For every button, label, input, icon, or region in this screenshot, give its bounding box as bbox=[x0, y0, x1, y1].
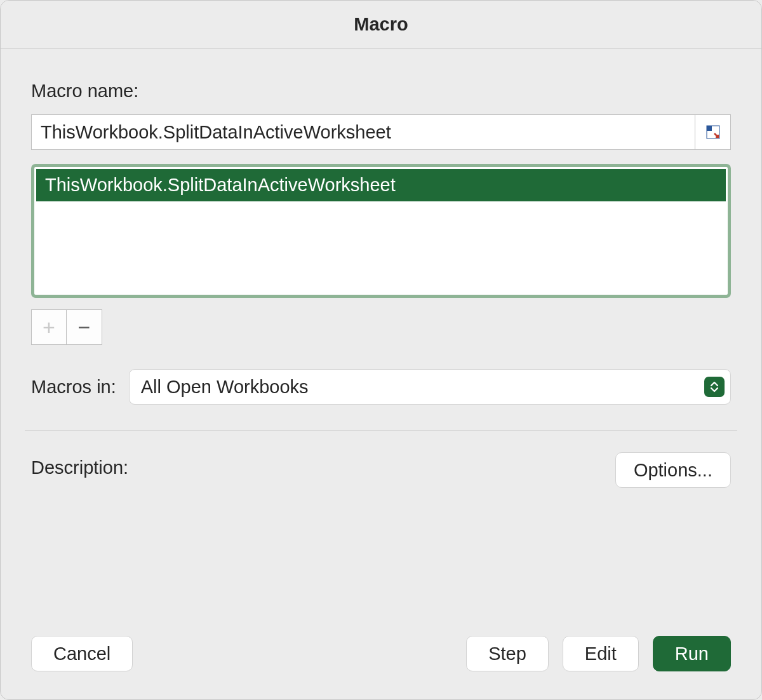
separator bbox=[25, 430, 737, 431]
description-row: Description: Options... bbox=[31, 452, 731, 488]
options-button[interactable]: Options... bbox=[615, 452, 731, 488]
list-item[interactable]: ThisWorkbook.SplitDataInActiveWorksheet bbox=[36, 169, 726, 201]
svg-rect-1 bbox=[707, 126, 712, 131]
minus-icon: − bbox=[78, 315, 91, 340]
macro-name-input[interactable] bbox=[31, 114, 695, 150]
titlebar: Macro bbox=[1, 1, 761, 49]
run-button[interactable]: Run bbox=[653, 636, 731, 671]
cancel-button[interactable]: Cancel bbox=[31, 636, 133, 671]
description-label: Description: bbox=[31, 452, 128, 478]
dialog-title: Macro bbox=[354, 14, 408, 35]
range-picker-button[interactable] bbox=[695, 114, 731, 150]
step-button[interactable]: Step bbox=[466, 636, 549, 671]
add-macro-button[interactable]: + bbox=[31, 309, 67, 345]
macro-dialog: Macro Macro name: ThisWorkbook.SplitData… bbox=[0, 0, 762, 700]
macros-in-value: All Open Workbooks bbox=[141, 377, 309, 398]
macro-listbox-wrap: ThisWorkbook.SplitDataInActiveWorksheet bbox=[31, 164, 731, 298]
dialog-footer: Cancel Step Edit Run bbox=[31, 636, 731, 671]
dialog-content: Macro name: ThisWorkbook.SplitDataInActi… bbox=[1, 49, 761, 699]
edit-button[interactable]: Edit bbox=[563, 636, 639, 671]
macros-in-select-wrap: All Open Workbooks bbox=[129, 369, 731, 405]
add-remove-row: + − bbox=[31, 309, 731, 345]
macro-name-label: Macro name: bbox=[31, 81, 731, 102]
plus-icon: + bbox=[43, 315, 55, 340]
macro-name-row bbox=[31, 114, 731, 150]
remove-macro-button[interactable]: − bbox=[67, 309, 102, 345]
macros-in-row: Macros in: All Open Workbooks bbox=[31, 369, 731, 405]
range-picker-icon bbox=[705, 125, 721, 140]
macro-listbox[interactable]: ThisWorkbook.SplitDataInActiveWorksheet bbox=[36, 169, 726, 293]
macros-in-select[interactable]: All Open Workbooks bbox=[129, 369, 731, 405]
dropdown-stepper-icon bbox=[704, 377, 725, 397]
macros-in-label: Macros in: bbox=[31, 377, 116, 398]
footer-right: Step Edit Run bbox=[466, 636, 731, 671]
